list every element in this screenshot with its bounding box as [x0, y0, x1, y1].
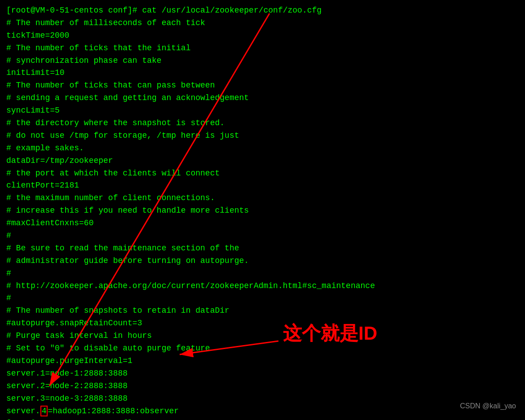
terminal-line: # The number of ticks that can pass betw…	[6, 79, 519, 92]
terminal-line: [root@VM-0-51-centos conf]# cat /usr/loc…	[6, 4, 519, 17]
terminal-line: initLimit=10	[6, 67, 519, 79]
terminal-line: #	[6, 267, 519, 280]
terminal-line: #autopurge.snapRetainCount=3	[6, 317, 519, 330]
terminal-line: # The number of ticks that the initial	[6, 42, 519, 55]
terminal-line: #autopurge.purgeInterval=1	[6, 355, 519, 368]
terminal-line: # The number of milliseconds of each tic…	[6, 17, 519, 30]
terminal-line: # the port at which the clients will con…	[6, 167, 519, 180]
terminal-line: #	[6, 230, 519, 242]
terminal-line: # the directory where the snapshot is st…	[6, 117, 519, 130]
terminal-line: server.3=node-3:2888:3888	[6, 393, 519, 405]
terminal-line: # Purge task interval in hours	[6, 330, 519, 342]
terminal-line: # synchronization phase can take	[6, 55, 519, 67]
terminal-line: server.2=node-2:2888:3888	[6, 380, 519, 393]
terminal-line: # sending a request and getting an ackno…	[6, 92, 519, 105]
terminal-line: # Set to "0" to disable auto purge featu…	[6, 342, 519, 355]
terminal-line: # administrator guide before turning on …	[6, 255, 519, 267]
terminal-line: # the maximum number of client connectio…	[6, 192, 519, 205]
terminal-line: # Be sure to read the maintenance sectio…	[6, 242, 519, 255]
terminal-line: # example sakes.	[6, 142, 519, 155]
terminal-line: server.1=node-1:2888:3888	[6, 368, 519, 380]
terminal-line: [root@VM-0-51-centos conf]#	[6, 417, 519, 420]
terminal-line: # http://zookeeper.apache.org/doc/curren…	[6, 280, 519, 293]
terminal-window: [root@VM-0-51-centos conf]# cat /usr/loc…	[0, 0, 525, 420]
terminal-content: [root@VM-0-51-centos conf]# cat /usr/loc…	[6, 4, 519, 420]
terminal-line: syncLimit=5	[6, 105, 519, 117]
terminal-line: dataDir=/tmp/zookeeper	[6, 155, 519, 167]
terminal-line: #	[6, 292, 519, 305]
terminal-line: # increase this if you need to handle mo…	[6, 205, 519, 217]
terminal-line: # The number of snapshots to retain in d…	[6, 305, 519, 317]
terminal-line: clientPort=2181	[6, 179, 519, 192]
terminal-line: # do not use /tmp for storage, /tmp here…	[6, 130, 519, 142]
highlighted-id: 4	[40, 406, 48, 416]
terminal-line: tickTime=2000	[6, 30, 519, 42]
terminal-line: server.4=hadoop1:2888:3888:observer	[6, 405, 519, 418]
terminal-line: #maxClientCnxns=60	[6, 217, 519, 230]
